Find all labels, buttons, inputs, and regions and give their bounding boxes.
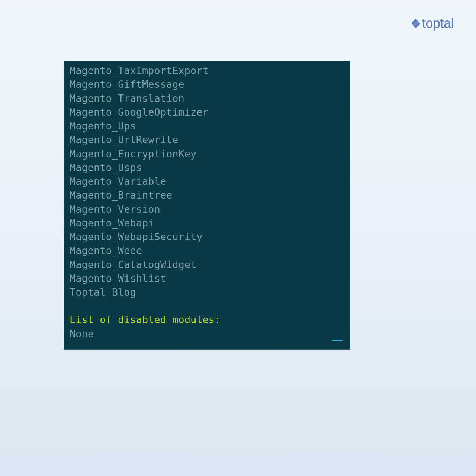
module-line: Magento_Translation bbox=[70, 91, 345, 105]
blank-line bbox=[70, 299, 345, 313]
module-line: Magento_Weee bbox=[70, 244, 345, 257]
module-line: Magento_TaxImportExport bbox=[70, 64, 345, 77]
terminal-cursor bbox=[332, 340, 343, 341]
module-line: Magento_Ups bbox=[70, 119, 345, 133]
disabled-modules-value: None bbox=[70, 327, 345, 341]
module-line: Magento_Variable bbox=[70, 174, 345, 188]
module-line: Toptal_Blog bbox=[70, 285, 345, 299]
toptal-logo: toptal bbox=[411, 16, 454, 31]
module-line: Magento_Webapi bbox=[70, 216, 345, 230]
module-line: Magento_UrlRewrite bbox=[70, 133, 345, 147]
module-line: Magento_GiftMessage bbox=[70, 77, 345, 91]
module-line: Magento_GoogleOptimizer bbox=[70, 105, 345, 119]
disabled-value-text: None bbox=[70, 328, 94, 340]
toptal-logo-text: toptal bbox=[422, 16, 454, 31]
terminal-window: Magento_TaxImportExport Magento_GiftMess… bbox=[64, 61, 350, 350]
module-line: Magento_Braintree bbox=[70, 188, 345, 202]
module-line: Magento_EncryptionKey bbox=[70, 147, 345, 161]
module-line: Magento_Usps bbox=[70, 161, 345, 174]
module-line: Magento_WebapiSecurity bbox=[70, 230, 345, 244]
toptal-icon bbox=[411, 19, 421, 28]
module-line: Magento_Wishlist bbox=[70, 271, 345, 285]
disabled-modules-heading: List of disabled modules: bbox=[70, 313, 345, 327]
module-line: Magento_Version bbox=[70, 202, 345, 216]
module-line: Magento_CatalogWidget bbox=[70, 258, 345, 271]
